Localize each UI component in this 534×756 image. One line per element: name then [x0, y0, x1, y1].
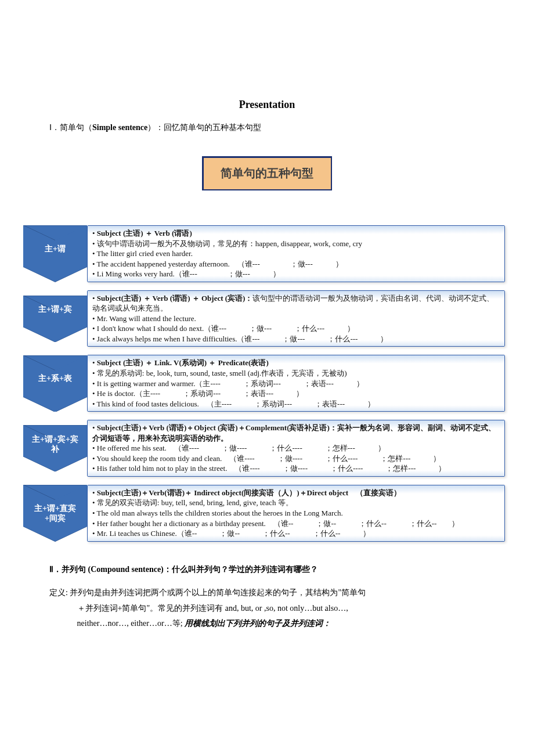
pattern-row: 主+谓Subject (主语) ＋ Verb (谓语)该句中谓语动词一般为不及物… [23, 225, 505, 282]
content-line: Mr. Wang will attend the lecture. [92, 314, 501, 324]
pattern-content: Subject(主语)＋Verb (谓语)＋Object (宾语)＋Comple… [87, 420, 505, 477]
section1-prefix: Ⅰ．简单句（ [49, 123, 92, 132]
chevron-icon: 主+谓+宾 [23, 290, 87, 347]
section1-suffix: ）：回忆简单句的五种基本句型 [147, 123, 261, 132]
content-line: Subject(主语)＋Verb(谓语)＋ Indirect object(间接… [92, 488, 501, 498]
content-line: You should keep the room tidy and clean.… [92, 453, 501, 464]
chevron-label: 主+谓+宾 [29, 305, 81, 315]
content-line: Mr. Li teaches us Chinese.（谁-- ；做-- ；什么-… [92, 528, 501, 539]
def-body-1: 并列句是由并列连词把两个或两个以上的简单句连接起来的句子，其结构为"简单句 [70, 588, 366, 597]
chevron-icon: 主+谓 [23, 225, 87, 282]
pattern-content: Subject(主语)＋Verb(谓语)＋ Indirect object(间接… [87, 485, 505, 542]
banner: 简单句的五种句型 [202, 156, 332, 190]
content-line: It is getting warmer and warmer.（主---- ；… [92, 379, 501, 389]
pattern-row: 主+谓+宾+宾补Subject(主语)＋Verb (谓语)＋Object (宾语… [23, 420, 505, 477]
chevron-icon: 主+系+表 [23, 355, 87, 412]
content-line: 该句中谓语动词一般为不及物动词，常见的有：happen, disappear, … [92, 239, 501, 249]
content-line: The litter girl cried even harder. [92, 249, 501, 259]
section2-heading: Ⅱ．并列句 (Compound sentence)：什么叫并列句？学过的并列连词… [49, 562, 485, 578]
pattern-content: Subject (主语) ＋ Verb (谓语)该句中谓语动词一般为不及物动词，… [87, 225, 505, 282]
def-body-3: neither…nor…, either…or…等; [77, 619, 185, 628]
chevron-label: 主+谓+直宾+间宾 [29, 504, 81, 524]
chevron-label: 主+系+表 [29, 374, 81, 384]
content-line: I don't know what I should do next.（谁---… [92, 323, 501, 334]
content-line: This kind of food tastes delicious. （主--… [92, 399, 501, 409]
content-line: 常见的系动词: be, look, turn, sound, taste, sm… [92, 368, 501, 379]
pattern-row: 主+谓+直宾+间宾Subject(主语)＋Verb(谓语)＋ Indirect … [23, 485, 505, 542]
content-line: Subject(主语) ＋ Verb (谓语) ＋ Object (宾语)：该句… [92, 293, 501, 314]
content-line: Li Ming works very hard.（谁--- ；做--- ） [92, 269, 501, 279]
def-body-2: ＋并列连词+简单句"。常见的并列连词有 and, but, or ,so, no… [77, 604, 348, 613]
def-kaiti: 用横线划出下列并列的句子及并列连词： [185, 619, 331, 628]
section2-heading-text: Ⅱ．并列句 (Compound sentence)：什么叫并列句？学过的并列连词… [49, 565, 318, 574]
chevron-label: 主+谓+宾+宾补 [29, 435, 81, 455]
pattern-row: 主+系+表Subject (主语) ＋ Link. V(系动词) ＋ Predi… [23, 355, 505, 412]
content-line: Jack always helps me when I have difficu… [92, 334, 501, 344]
content-line: Her father bought her a dictionary as a … [92, 519, 501, 529]
pattern-content: Subject (主语) ＋ Link. V(系动词) ＋ Predicate(… [87, 355, 505, 412]
section1-bold: Simple sentence [92, 123, 147, 132]
content-line: Subject(主语)＋Verb (谓语)＋Object (宾语)＋Comple… [92, 423, 501, 443]
content-line: 常见的双宾语动词: buy, tell, send, bring, lend, … [92, 498, 501, 508]
chevron-label: 主+谓 [29, 244, 81, 254]
def-label: 定义: [49, 588, 70, 597]
content-line: The old man always tells the children st… [92, 508, 501, 519]
content-line: Subject (主语) ＋ Link. V(系动词) ＋ Predicate(… [92, 358, 501, 368]
pattern-content: Subject(主语) ＋ Verb (谓语) ＋ Object (宾语)：该句… [87, 290, 505, 347]
content-line: He offered me his seat. （谁---- ；做---- ；什… [92, 443, 501, 453]
content-line: He is doctor.（主---- ；系动词--- ；表语--- ） [92, 388, 501, 399]
content-line: The accident happened yesterday afternoo… [92, 259, 501, 269]
pattern-row: 主+谓+宾Subject(主语) ＋ Verb (谓语) ＋ Object (宾… [23, 290, 505, 347]
section1-heading: Ⅰ．简单句（Simple sentence）：回忆简单句的五种基本句型 [49, 123, 485, 133]
page-title: Presentation [49, 99, 485, 111]
content-line: Subject (主语) ＋ Verb (谓语) [92, 228, 501, 239]
chevron-icon: 主+谓+宾+宾补 [23, 420, 87, 477]
pattern-list: 主+谓Subject (主语) ＋ Verb (谓语)该句中谓语动词一般为不及物… [23, 225, 505, 542]
chevron-icon: 主+谓+直宾+间宾 [23, 485, 87, 542]
content-line: His father told him not to play in the s… [92, 463, 501, 474]
definition-paragraph: 定义: 并列句是由并列连词把两个或两个以上的简单句连接起来的句子，其结构为"简单… [49, 585, 485, 632]
